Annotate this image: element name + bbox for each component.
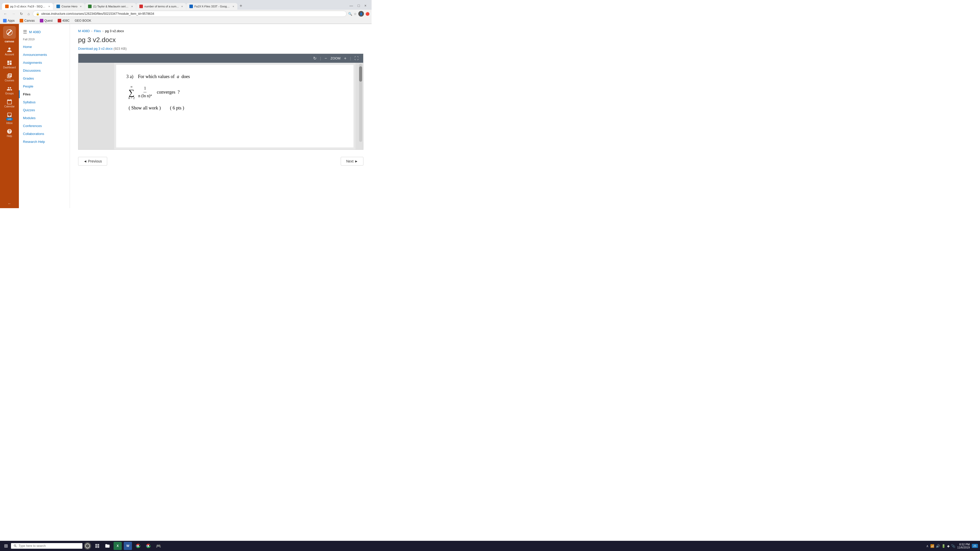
bookmark-canvas[interactable]: Canvas: [19, 18, 36, 23]
dashboard-label: Dashboard: [3, 66, 16, 69]
window-controls: — □ ×: [346, 2, 369, 10]
tab-2[interactable]: Course Hero ×: [53, 3, 85, 10]
tab-favicon-google: [189, 5, 193, 8]
nav-announcements[interactable]: Announcements: [19, 51, 70, 59]
nav-modules[interactable]: Modules: [19, 114, 70, 122]
download-link[interactable]: Download pg 3 v2.docx: [78, 47, 113, 51]
breadcrumb-sep-2: ›: [102, 29, 103, 33]
tab-3[interactable]: (1) Taylor & Maclaurin serie... ×: [85, 3, 136, 10]
sidebar-item-calendar[interactable]: Calendar: [0, 97, 19, 110]
browser-chrome: pg 3 v2.docx: Fa19 - SEQ, S × Course Her…: [0, 0, 372, 24]
nav-home[interactable]: Home: [19, 43, 70, 51]
math-equation-row: ∞ ∑ n = 2 1 n (ln n)ᵃ converges ?: [126, 85, 343, 100]
breadcrumb-file: pg 3 v2.docx: [105, 29, 124, 33]
hamburger-menu[interactable]: ☰ M 408D: [19, 27, 70, 37]
tab-close-1[interactable]: ×: [48, 5, 50, 8]
previous-button[interactable]: ◄ Previous: [78, 157, 107, 165]
tab-favicon-canvas: [5, 5, 9, 8]
tab-5[interactable]: Fa19 X-Files 333T - Google... ×: [186, 3, 237, 10]
doc-left-panel: [78, 63, 114, 149]
sidebar-item-dashboard[interactable]: Dashboard: [0, 58, 19, 71]
inbox-badge: 149: [6, 118, 13, 121]
address-bar[interactable]: 🔒 utexas.instructure.com/courses/1262340…: [33, 11, 347, 17]
nav-discussions[interactable]: Discussions: [19, 67, 70, 75]
doc-toolbar-separator-1: |: [320, 56, 321, 60]
bookmark-408c[interactable]: 408C: [57, 18, 71, 23]
tab-4[interactable]: number of terms of a sum... ×: [136, 3, 186, 10]
account-icon: [6, 47, 12, 52]
next-button[interactable]: Next ►: [341, 157, 363, 165]
forward-button[interactable]: →: [10, 11, 17, 17]
sidebar-item-account[interactable]: Account: [0, 45, 19, 58]
bookmarks-bar: Apps Canvas Quest 408C GEO BOOK: [0, 18, 372, 24]
hamburger-icon: ☰: [23, 29, 27, 35]
tab-close-5[interactable]: ×: [232, 5, 234, 8]
new-tab-button[interactable]: +: [238, 2, 245, 10]
nav-assignments[interactable]: Assignments: [19, 59, 70, 67]
sigma-notation: ∞ ∑ n = 2: [128, 85, 135, 100]
bookmark-quest[interactable]: Quest: [39, 18, 54, 23]
courses-label: Courses: [5, 79, 14, 82]
tab-active[interactable]: pg 3 v2.docx: Fa19 - SEQ, S ×: [2, 3, 53, 10]
nav-people[interactable]: People: [19, 83, 70, 90]
breadcrumb: M 408D › Files › pg 3 v2.docx: [78, 29, 363, 33]
nav-conferences[interactable]: Conferences: [19, 122, 70, 130]
converges-text: converges ?: [153, 88, 180, 96]
canvas-favicon: [20, 19, 23, 22]
sum-bottom: n = 2: [128, 97, 135, 100]
sidebar-item-help[interactable]: Help: [0, 127, 19, 140]
tab-close-3[interactable]: ×: [131, 5, 133, 8]
inbox-icon: [6, 112, 12, 118]
apps-favicon: [3, 19, 6, 22]
tab-favicon-taylor: [88, 5, 92, 8]
main-layout: canvas Account Dashboard Courses Groups …: [0, 24, 372, 208]
breadcrumb-section[interactable]: Files: [94, 29, 101, 33]
canvas-logo-icon: [5, 28, 14, 37]
breadcrumb-course[interactable]: M 408D: [78, 29, 90, 33]
tab-close-2[interactable]: ×: [80, 5, 81, 8]
extension-icon[interactable]: 🔴: [366, 12, 369, 16]
close-button[interactable]: ×: [363, 3, 369, 9]
back-button[interactable]: ←: [2, 11, 9, 17]
doc-fullscreen-button[interactable]: ⛶: [353, 56, 360, 61]
nav-collaborations[interactable]: Collaborations: [19, 130, 70, 138]
408c-label: 408C: [62, 19, 70, 22]
tab-close-4[interactable]: ×: [181, 5, 183, 8]
scrollbar-track[interactable]: [359, 64, 362, 142]
sidebar-item-groups[interactable]: Groups: [0, 84, 19, 97]
sigma-symbol: ∑: [129, 88, 135, 97]
apps-label: Apps: [8, 19, 14, 22]
home-button[interactable]: ⌂: [26, 11, 31, 17]
profile-icon[interactable]: 👤: [358, 11, 364, 17]
course-semester: Fall 2019: [19, 37, 70, 43]
sidebar-item-courses[interactable]: Courses: [0, 71, 19, 84]
nav-buttons: ◄ Previous Next ►: [78, 155, 363, 168]
canvas-logo[interactable]: [3, 26, 16, 39]
geobook-label: GEO BOOK: [75, 19, 91, 22]
download-row: Download pg 3 v2.docx (923 KB): [78, 46, 363, 51]
nav-research-help[interactable]: Research Help: [19, 138, 70, 146]
nav-syllabus[interactable]: Syllabus: [19, 98, 70, 106]
dashboard-icon: [6, 60, 12, 65]
doc-zoom-in-button[interactable]: +: [342, 56, 348, 61]
nav-files[interactable]: Files: [19, 90, 70, 98]
bookmark-star-icon[interactable]: ☆: [354, 12, 357, 16]
canvas-sidebar-label: canvas: [5, 40, 14, 43]
refresh-button[interactable]: ↻: [18, 11, 24, 17]
search-icon[interactable]: 🔍: [348, 12, 352, 16]
doc-toolbar: ↻ | − ZOOM + | ⛶: [78, 54, 363, 63]
doc-zoom-out-button[interactable]: −: [323, 56, 328, 61]
minimize-button[interactable]: —: [347, 3, 355, 9]
tab-label-5: Fa19 X-Files 333T - Google...: [194, 5, 230, 8]
tab-label-1: pg 3 v2.docx: Fa19 - SEQ, S: [10, 5, 46, 8]
sidebar-item-inbox[interactable]: 149 Inbox: [0, 110, 19, 127]
doc-reload-button[interactable]: ↻: [312, 56, 318, 61]
zoom-label: ZOOM: [331, 56, 340, 60]
nav-grades[interactable]: Grades: [19, 75, 70, 83]
maximize-button[interactable]: □: [355, 3, 362, 9]
scrollbar-thumb[interactable]: [359, 66, 362, 82]
bookmark-apps[interactable]: Apps: [2, 18, 16, 23]
nav-quizzes[interactable]: Quizzes: [19, 106, 70, 114]
sidebar-collapse-button[interactable]: ←: [6, 200, 13, 208]
bookmark-geobook[interactable]: GEO BOOK: [74, 18, 92, 23]
